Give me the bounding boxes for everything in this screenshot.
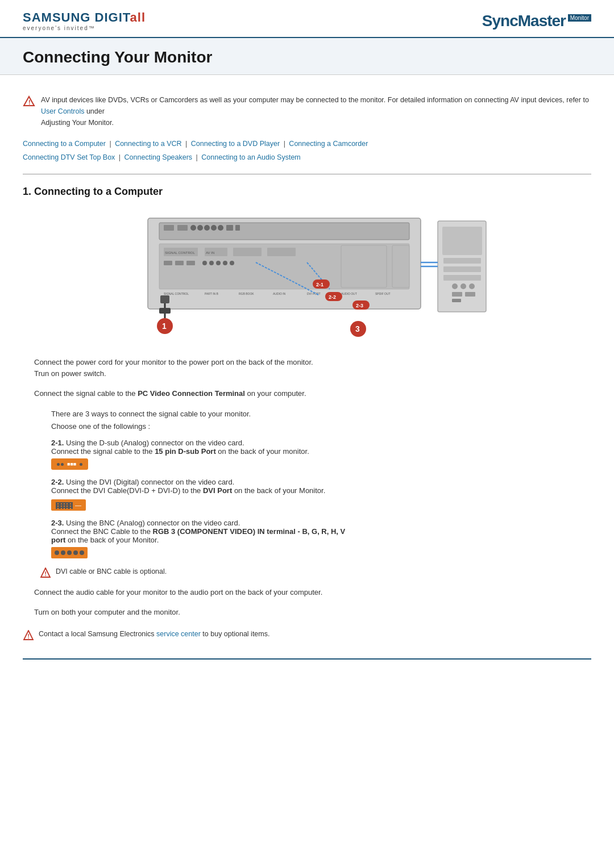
nav-link-speakers[interactable]: Connecting Speakers [125, 153, 193, 161]
svg-rect-50 [160, 295, 169, 303]
connector-dvi-img: — [51, 498, 591, 511]
inst-1-text: Connect the power cord for your monitor … [34, 358, 313, 378]
svg-text:SPDIF OUT: SPDIF OUT [375, 292, 391, 295]
sub-item-2-2-label: 2-2. [51, 478, 64, 486]
dvi-note-text: DVI cable or BNC cable is optional. [56, 567, 167, 575]
service-center-link[interactable]: service center [156, 630, 201, 638]
svg-text:2-2: 2-2 [329, 294, 336, 300]
svg-rect-62 [465, 292, 475, 297]
instruction-list-cont: Connect the audio cable for your monitor… [34, 587, 591, 619]
svg-text:SIGNAL CONTROL: SIGNAL CONTROL [164, 292, 189, 295]
svg-point-59 [460, 283, 466, 289]
user-controls-link[interactable]: User Controls [41, 107, 84, 115]
svg-point-10 [218, 225, 223, 231]
svg-rect-5 [177, 225, 188, 231]
sub-intro: There are 3 ways to connect the signal c… [51, 408, 591, 433]
svg-point-7 [197, 225, 203, 231]
instruction-item-4: Turn on both your computer and the monit… [34, 607, 591, 619]
page-footer [23, 658, 591, 664]
instruction-item-3: Connect the audio cable for your monitor… [34, 587, 591, 599]
inst-3-text: Connect the audio cable for your monitor… [34, 588, 322, 596]
svg-rect-57 [443, 275, 481, 281]
bnc-connector [51, 547, 88, 558]
sub-items: 2-1. Using the D-sub (Analog) connector … [51, 439, 591, 558]
svg-point-27 [230, 261, 234, 265]
sub-item-2-3: 2-3. Using the BNC (Analog) connector on… [51, 519, 591, 558]
svg-rect-28 [341, 245, 387, 287]
page-header: SAMSUNG DIGITall everyone's invited™ Syn… [0, 0, 614, 38]
contact-icon: ! [23, 630, 34, 641]
notice-box: ! AV input devices like DVDs, VCRs or Ca… [23, 94, 591, 128]
svg-text:RGB BOOK: RGB BOOK [239, 292, 254, 295]
svg-rect-55 [443, 258, 481, 264]
instruction-item-2: Connect the signal cable to the PC Video… [34, 388, 591, 400]
svg-text:3: 3 [355, 324, 360, 333]
connector-15pin-img: ■■■ [51, 458, 591, 470]
svg-rect-18 [233, 248, 262, 256]
svg-point-24 [209, 261, 214, 265]
sub-item-2-3-text: Using the BNC (Analog) connector on the … [51, 519, 345, 544]
nav-link-dtv[interactable]: Connecting DTV Set Top Box [23, 153, 115, 161]
svg-point-6 [190, 225, 196, 231]
svg-point-26 [223, 261, 227, 265]
svg-point-8 [204, 225, 210, 231]
sub-item-2-2-text: Using the DVI (Digital) connector on the… [51, 478, 325, 495]
contact-line: ! Contact a local Samsung Electronics se… [23, 630, 591, 641]
main-content: ! AV input devices like DVDs, VCRs or Ca… [0, 75, 614, 687]
svg-text:2-1: 2-1 [316, 282, 323, 287]
sub-item-2-1: 2-1. Using the D-sub (Analog) connector … [51, 439, 591, 470]
section-connecting-computer: 1. Connecting to a Computer SIGNAL CONTR… [23, 186, 591, 619]
connector-bnc-img [51, 547, 591, 558]
instruction-item-1: Connect the power cord for your monitor … [34, 357, 591, 381]
inst-4-text: Turn on both your computer and the monit… [34, 608, 180, 616]
dvi-note: ! DVI cable or BNC cable is optional. [40, 567, 591, 579]
nav-link-camcorder[interactable]: Connecting a Camcorder [289, 140, 368, 148]
page-title: Connecting Your Monitor [23, 48, 591, 66]
syncmaster-logo: SyncMaster Monitor [482, 12, 591, 30]
svg-rect-61 [452, 292, 462, 297]
monitor-diagram: SIGNAL CONTROL AV IN SIGNAL CONTROL PART… [114, 207, 500, 343]
sub-item-2-1-label: 2-1. [51, 439, 64, 447]
contact-text: Contact a local Samsung Electronics serv… [39, 630, 269, 638]
svg-text:PART IN B: PART IN B [205, 292, 219, 295]
svg-point-60 [469, 283, 475, 289]
svg-rect-56 [443, 266, 481, 272]
svg-rect-12 [235, 225, 240, 231]
svg-text:!: ! [45, 571, 47, 577]
samsung-logo: SAMSUNG DIGITall everyone's invited™ [23, 10, 146, 31]
page-title-bar: Connecting Your Monitor [0, 38, 614, 75]
samsung-tagline: everyone's invited™ [23, 25, 146, 31]
section-divider [23, 174, 591, 174]
section1-title: 1. Connecting to a Computer [23, 186, 591, 198]
nav-link-vcr[interactable]: Connecting to a VCR [115, 140, 181, 148]
monitor-badge: Monitor [568, 14, 591, 22]
nav-link-dvd[interactable]: Connecting to a DVD Player [191, 140, 280, 148]
svg-rect-63 [452, 299, 461, 302]
svg-point-23 [202, 261, 207, 265]
dsub-connector: ■■■ [51, 458, 88, 470]
svg-point-9 [211, 225, 217, 231]
svg-text:!: ! [28, 99, 31, 106]
svg-rect-29 [392, 245, 409, 287]
sub-item-2-1-text: Using the D-sub (Analog) connector on th… [51, 439, 309, 456]
svg-text:!: ! [28, 633, 30, 640]
svg-text:AV IN: AV IN [206, 251, 214, 254]
svg-text:1: 1 [162, 322, 167, 331]
notice-text: AV input devices like DVDs, VCRs or Camc… [41, 94, 591, 128]
notice-icon: ! [23, 95, 35, 108]
svg-rect-48 [159, 308, 171, 314]
samsung-brand: SAMSUNG DIGITall [23, 10, 146, 25]
svg-point-58 [452, 283, 458, 289]
svg-rect-54 [442, 227, 482, 255]
svg-text:AUDIO IN: AUDIO IN [273, 292, 286, 295]
svg-text:SIGNAL CONTROL: SIGNAL CONTROL [165, 251, 195, 254]
svg-rect-19 [267, 248, 296, 256]
sub-item-2-2: 2-2. Using the DVI (Digital) connector o… [51, 478, 591, 511]
syncmaster-title: SyncMaster [482, 12, 566, 30]
nav-link-computer[interactable]: Connecting to a Computer [23, 140, 106, 148]
dvi-note-icon: ! [40, 567, 51, 579]
svg-rect-3 [159, 223, 409, 240]
nav-link-audio[interactable]: Connecting to an Audio System [201, 153, 300, 161]
svg-point-25 [216, 261, 221, 265]
svg-rect-4 [164, 225, 174, 231]
